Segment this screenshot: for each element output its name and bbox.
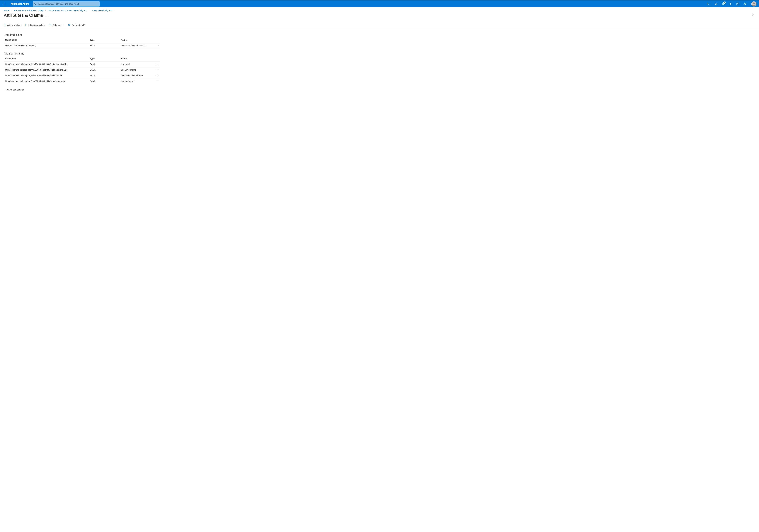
additional-row-name: http://schemas.xmlsoap.org/ws/2005/05/id… [4,61,88,67]
plus-icon [24,24,27,26]
additional-row-type: SAML [88,67,119,73]
required-row-name: Unique User Identifier (Name ID) [4,43,88,48]
feedback-button[interactable] [742,1,748,7]
content: Required claim Claim name Type Value Uni… [0,28,164,97]
required-header-value: Value [120,37,154,43]
search-input[interactable] [38,3,98,5]
account-button[interactable] [750,1,757,7]
notification-badge: 2 [723,2,726,4]
required-row[interactable]: Unique User Identifier (Name ID) SAML us… [4,43,160,48]
row-more-button[interactable]: ••• [156,80,159,82]
avatar-icon [751,1,756,7]
chevron-right-icon: 〉 [114,9,115,12]
row-more-button[interactable]: ••• [156,74,159,77]
breadcrumb-saml-signon[interactable]: SAML-based Sign-on [92,9,112,12]
additional-row-name: http://schemas.xmlsoap.org/ws/2005/05/id… [4,73,88,78]
svg-line-1 [36,4,37,5]
additional-row[interactable]: http://schemas.xmlsoap.org/ws/2005/05/id… [4,73,160,78]
settings-button[interactable] [727,1,734,7]
required-row-type: SAML [88,43,119,48]
copilot-icon [714,2,717,6]
avatar [751,1,756,7]
row-more-button[interactable]: ••• [156,44,159,47]
required-header-actions [154,37,160,43]
global-search[interactable] [33,1,100,7]
hamburger-icon [3,3,6,5]
add-new-claim-button[interactable]: Add new claim [4,24,21,26]
add-group-claim-button[interactable]: Add a group claim [24,24,45,26]
breadcrumb-gallery[interactable]: Browse Microsoft Entra Gallery [14,9,43,12]
plus-icon [4,24,6,26]
additional-header-value: Value [120,56,154,61]
hamburger-menu-button[interactable] [1,1,7,7]
got-feedback-button[interactable]: Got feedback? [68,24,86,26]
svg-point-7 [753,2,755,4]
close-icon [752,14,754,17]
help-button[interactable] [735,1,741,7]
cloud-shell-icon [707,3,710,5]
got-feedback-label: Got feedback? [72,24,86,26]
additional-row-name: http://schemas.xmlsoap.org/ws/2005/05/id… [4,67,88,73]
brand-label: Microsoft Azure [9,3,32,5]
required-claim-title: Required claim [4,33,160,37]
additional-row-name: http://schemas.xmlsoap.org/ws/2005/05/id… [4,78,88,84]
additional-row-type: SAML [88,61,119,67]
page-header: Attributes & Claims ··· [0,13,759,19]
additional-row-type: SAML [88,73,119,78]
additional-row[interactable]: http://schemas.xmlsoap.org/ws/2005/05/id… [4,67,160,73]
required-claims-table: Claim name Type Value Unique User Identi… [4,37,160,48]
notifications-button[interactable]: 2 [720,1,726,7]
close-button[interactable] [750,13,755,18]
page-title: Attributes & Claims [4,13,43,18]
cloud-shell-button[interactable] [705,1,712,7]
add-new-claim-label: Add new claim [7,24,21,26]
row-more-button[interactable]: ••• [156,63,159,65]
command-bar: Add new claim Add a group claim Columns … [0,22,759,28]
chevron-down-icon [4,89,6,90]
search-icon [34,3,37,5]
feedback-icon [68,24,70,26]
breadcrumb: Home 〉 Browse Microsoft Entra Gallery 〉 … [0,7,759,13]
breadcrumb-home[interactable]: Home [4,9,9,12]
required-header-type: Type [88,37,119,43]
gear-icon [729,2,732,6]
svg-point-0 [35,3,36,5]
additional-row-value: user.userprincipalname [120,73,154,78]
page-more-button[interactable]: ··· [46,14,49,17]
columns-icon [49,24,51,26]
chevron-right-icon: 〉 [89,9,91,12]
help-icon [736,2,739,6]
columns-button[interactable]: Columns [49,24,61,26]
advanced-settings-toggle[interactable]: Advanced settings [4,89,160,91]
additional-header-name: Claim name [4,56,88,61]
additional-row-value: user.mail [120,61,154,67]
feedback-person-icon [743,2,746,6]
advanced-settings-label: Advanced settings [7,89,24,91]
row-more-button[interactable]: ••• [156,69,159,71]
svg-point-6 [744,3,745,4]
additional-claims-title: Additional claims [4,52,160,55]
required-row-value: user.userprincipalname [... [120,43,154,48]
additional-row[interactable]: http://schemas.xmlsoap.org/ws/2005/05/id… [4,61,160,67]
svg-point-8 [68,24,69,25]
breadcrumb-app-saml[interactable]: Azure SAML SSO | SAML-based Sign-on [48,9,87,12]
copilot-button[interactable] [713,1,719,7]
svg-point-3 [730,4,731,4]
chevron-right-icon: 〉 [45,9,47,12]
additional-header-actions [154,56,160,61]
svg-point-4 [737,3,739,5]
additional-row-value: user.surname [120,78,154,84]
required-header-name: Claim name [4,37,88,43]
additional-row-type: SAML [88,78,119,84]
add-group-claim-label: Add a group claim [28,24,45,26]
svg-rect-2 [707,3,710,5]
additional-claims-table: Claim name Type Value http://schemas.xml… [4,56,160,84]
chevron-right-icon: 〉 [11,9,13,12]
svg-point-5 [738,4,738,5]
additional-row[interactable]: http://schemas.xmlsoap.org/ws/2005/05/id… [4,78,160,84]
columns-label: Columns [53,24,61,26]
additional-header-type: Type [88,56,119,61]
command-divider [64,23,64,26]
additional-row-value: user.givenname [120,67,154,73]
global-header: Microsoft Azure 2 [0,0,759,7]
